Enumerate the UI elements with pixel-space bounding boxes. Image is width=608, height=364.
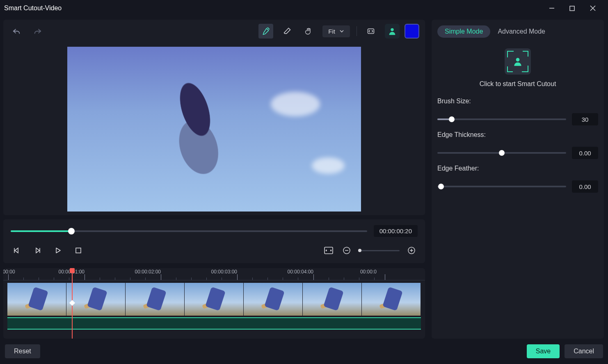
brush-size-slider[interactable] [437,118,566,120]
reset-button[interactable]: Reset [5,344,40,358]
ruler-label: 00:00:03:00 [211,269,237,275]
stop-button[interactable] [72,244,85,257]
brush-size-value[interactable]: 30 [572,113,598,125]
tab-simple-mode[interactable]: Simple Mode [437,25,490,38]
ruler-label: :00:00 [3,269,15,275]
brush-size-label: Brush Size: [437,98,598,105]
zoom-fit-label: Fit [328,28,335,35]
ruler-label: 00:00:04:00 [288,269,313,275]
window-title: Smart Cutout-Video [4,5,62,12]
svg-point-7 [516,58,520,61]
scrub-bar: 00:00:00:20 [3,219,425,243]
next-frame-button[interactable] [31,244,43,257]
ruler-label: 00:00:02:00 [135,269,161,275]
save-button[interactable]: Save [527,344,560,358]
redo-button[interactable] [30,24,45,39]
background-color-swatch[interactable] [405,24,419,39]
mode-tabs: Simple Mode Advanced Mode [432,20,604,38]
window-controls [549,5,604,11]
preview-viewport[interactable] [3,43,425,215]
undo-button[interactable] [9,24,24,39]
edge-thickness-control: Edge Thickness: 0.00 [432,125,604,159]
hand-tool-button[interactable] [301,24,316,39]
play-button[interactable] [52,244,64,257]
scrub-slider[interactable] [11,230,367,232]
edge-feather-slider[interactable] [437,186,566,187]
properties-panel: Simple Mode Advanced Mode Click to start… [432,20,604,339]
timecode-display: 00:00:00:20 [374,225,418,237]
edge-thickness-slider[interactable] [437,152,566,154]
brush-tool-button[interactable] [258,24,273,39]
toolbar-divider [357,26,357,36]
svg-rect-0 [570,6,574,11]
zoom-out-button[interactable] [341,244,353,257]
edge-feather-control: Edge Feather: 0.00 [432,159,604,193]
timeline: :00:00 00:00:01:00 00:00:02:00 00:00:03:… [3,268,425,339]
ruler-label: 00:00:0 [360,269,377,275]
person-icon [512,56,523,67]
smart-cutout-launcher: Click to start Smart Cutout [432,38,604,92]
timeline-clip[interactable] [7,283,421,316]
fit-width-button[interactable] [322,244,335,257]
smart-cutout-button[interactable] [505,48,531,75]
footer: Reset Save Cancel [0,339,608,364]
playback-controls [3,240,425,263]
tab-advanced-mode[interactable]: Advanced Mode [498,28,545,35]
editor-panel: Fit [3,20,425,215]
maximize-icon[interactable] [569,6,581,11]
eraser-tool-button[interactable] [280,24,295,39]
edge-thickness-value[interactable]: 0.00 [572,147,598,159]
svg-rect-3 [76,248,81,253]
compare-toggle-button[interactable] [363,24,378,39]
titlebar: Smart Cutout-Video [0,0,608,16]
segment-track[interactable] [7,317,421,330]
zoom-in-button[interactable] [405,244,418,257]
prev-frame-button[interactable] [11,244,23,257]
svg-point-2 [391,28,393,31]
edge-thickness-label: Edge Thickness: [437,131,598,139]
zoom-slider[interactable] [359,250,400,251]
cancel-button[interactable]: Cancel [565,344,603,358]
minimize-icon[interactable] [549,5,560,11]
edge-feather-value[interactable]: 0.00 [572,180,598,193]
mask-preview-badge[interactable] [385,24,400,39]
preview-frame [67,47,361,212]
brush-size-control: Brush Size: 30 [432,92,604,125]
edge-feather-label: Edge Feather: [437,165,598,172]
smart-cutout-label: Click to start Smart Cutout [480,80,556,88]
chevron-down-icon [339,29,344,34]
toolbar: Fit [3,20,425,43]
timeline-ruler[interactable]: :00:00 00:00:01:00 00:00:02:00 00:00:03:… [3,268,425,280]
close-icon[interactable] [590,5,601,11]
zoom-fit-select[interactable]: Fit [322,25,350,37]
